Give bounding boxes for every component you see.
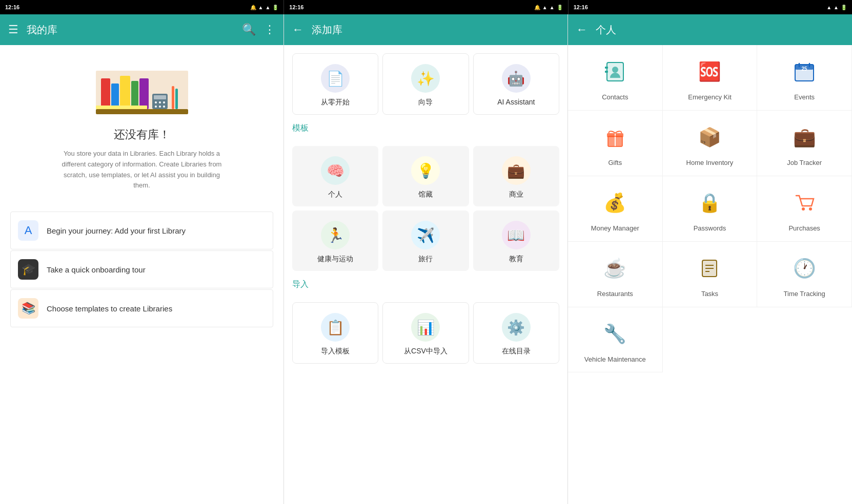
- category-label-business: 商业: [509, 190, 523, 199]
- template-label-purchases: Purchases: [788, 224, 820, 233]
- template-restaurants[interactable]: ☕Restaurants: [568, 242, 663, 307]
- left-panel-title: 我的库: [27, 23, 234, 37]
- category-education[interactable]: 📖 教育: [473, 211, 559, 271]
- action-item-onboarding[interactable]: 🎓 Take a quick onboarding tour: [10, 250, 273, 288]
- right-back-icon[interactable]: ←: [576, 23, 587, 36]
- import-online[interactable]: ⚙️ 在线目录: [473, 302, 559, 364]
- template-icon-tasks: [693, 252, 726, 285]
- status-icons-middle: 🔔 ▲ ▲ 🔋: [534, 5, 563, 10]
- template-label-gifts: Gifts: [608, 159, 622, 167]
- templates-grid: Contacts🆘Emergency Kit25EventsGifts📦Home…: [568, 45, 852, 372]
- template-label-tasks: Tasks: [701, 290, 718, 299]
- template-icon-job-tracker: 💼: [788, 121, 821, 154]
- category-icon-health: 🏃: [321, 221, 350, 249]
- svg-point-10: [159, 101, 161, 103]
- category-label-travel: 旅行: [418, 255, 433, 264]
- category-label-education: 教育: [509, 255, 523, 264]
- import-label-csv: 从CSV中导入: [404, 347, 448, 356]
- svg-point-34: [809, 207, 812, 211]
- template-label-time-tracking: Time Tracking: [784, 290, 825, 299]
- option-wizard[interactable]: ✨ 向导: [382, 53, 469, 115]
- action-item-add-first[interactable]: A Begin your journey: Add your first Lib…: [10, 212, 273, 249]
- category-icon-collection: 💡: [411, 156, 440, 185]
- template-contacts[interactable]: Contacts: [568, 45, 663, 111]
- menu-icon[interactable]: ☰: [8, 23, 18, 36]
- import-label-template: 导入模板: [321, 347, 350, 356]
- import-icon-online: ⚙️: [502, 313, 531, 342]
- middle-back-icon[interactable]: ←: [292, 23, 303, 36]
- import-icon-template: 📋: [321, 313, 350, 342]
- template-vehicle-maintenance[interactable]: 🔧Vehicle Maintenance: [568, 307, 663, 373]
- status-icons-left: 🔔 ▲ ▲ 🔋: [250, 5, 279, 10]
- category-label-personal: 个人: [328, 190, 342, 199]
- svg-rect-16: [175, 89, 178, 109]
- status-icons-right: ▲ ▲ 🔋: [826, 5, 847, 10]
- template-label-emergency-kit: Emergency Kit: [688, 93, 732, 102]
- svg-point-9: [155, 101, 157, 103]
- search-icon[interactable]: 🔍: [242, 23, 256, 36]
- import-options-grid: 📋 导入模板 📊 从CSV中导入 ⚙️ 在线目录: [284, 294, 567, 364]
- option-ai[interactable]: 🤖 AI Assistant: [473, 53, 559, 115]
- category-health[interactable]: 🏃 健康与运动: [292, 211, 378, 271]
- template-purchases[interactable]: Purchases: [757, 176, 852, 242]
- template-label-events: Events: [794, 93, 815, 102]
- template-emergency-kit[interactable]: 🆘Emergency Kit: [663, 45, 758, 111]
- svg-rect-21: [605, 67, 608, 69]
- template-label-vehicle-maintenance: Vehicle Maintenance: [584, 355, 646, 364]
- svg-rect-2: [101, 78, 110, 109]
- option-scratch[interactable]: 📄 从零开始: [292, 53, 378, 115]
- category-business[interactable]: 💼 商业: [473, 146, 559, 206]
- template-icon-contacts: [599, 55, 632, 88]
- template-icon-money-manager: 💰: [599, 186, 632, 219]
- svg-rect-0: [96, 109, 188, 114]
- option-label-scratch: 从零开始: [321, 98, 350, 107]
- template-job-tracker[interactable]: 💼Job Tracker: [757, 111, 852, 176]
- status-bar-right: 12:16 ▲ ▲ 🔋: [568, 0, 852, 14]
- right-panel: ← 个人 Contacts🆘Emergency Kit25EventsGifts…: [568, 14, 852, 504]
- import-csv[interactable]: 📊 从CSV中导入: [382, 302, 469, 364]
- template-label-money-manager: Money Manager: [591, 224, 639, 233]
- template-label-restaurants: Restaurants: [597, 290, 633, 299]
- import-icon-csv: 📊: [411, 313, 440, 342]
- template-icon-emergency-kit: 🆘: [693, 55, 726, 88]
- template-money-manager[interactable]: 💰Money Manager: [568, 176, 663, 242]
- import-template[interactable]: 📋 导入模板: [292, 302, 378, 364]
- category-personal[interactable]: 🧠 个人: [292, 146, 378, 206]
- action-icon-onboarding: 🎓: [18, 259, 38, 280]
- no-library-desc: You store your data in Libraries. Each L…: [60, 149, 224, 191]
- action-label-templates: Choose templates to create Libraries: [47, 304, 172, 313]
- action-item-templates[interactable]: 📚 Choose templates to create Libraries: [10, 289, 273, 327]
- option-icon-ai: 🤖: [502, 64, 531, 93]
- no-library-title: 还没有库！: [114, 127, 170, 142]
- category-label-health: 健康与运动: [317, 255, 353, 264]
- svg-point-33: [802, 207, 805, 211]
- import-label-online: 在线目录: [502, 347, 531, 356]
- template-home-inventory[interactable]: 📦Home Inventory: [663, 111, 758, 176]
- more-icon[interactable]: ⋮: [264, 23, 275, 36]
- category-collection[interactable]: 💡 馆藏: [382, 146, 469, 206]
- category-icon-travel: ✈️: [411, 221, 440, 249]
- svg-point-11: [163, 101, 165, 103]
- template-gifts[interactable]: Gifts: [568, 111, 663, 176]
- action-label-onboarding: Take a quick onboarding tour: [47, 265, 146, 274]
- action-label-add-first: Begin your journey: Add your first Libra…: [47, 226, 186, 235]
- svg-rect-5: [131, 81, 138, 109]
- action-list: A Begin your journey: Add your first Lib…: [10, 212, 273, 327]
- svg-text:25: 25: [802, 66, 808, 72]
- template-label-home-inventory: Home Inventory: [686, 159, 734, 167]
- left-panel: ☰ 我的库 🔍 ⋮: [0, 14, 284, 504]
- template-section-label: 模板: [284, 115, 567, 138]
- left-topbar: ☰ 我的库 🔍 ⋮: [0, 14, 283, 45]
- action-icon-templates: 📚: [18, 298, 38, 319]
- template-passwords[interactable]: 🔒Passwords: [663, 176, 758, 242]
- time-left: 12:16: [5, 4, 19, 10]
- template-time-tracking[interactable]: 🕐Time Tracking: [757, 242, 852, 307]
- category-travel[interactable]: ✈️ 旅行: [382, 211, 469, 271]
- right-topbar: ← 个人: [568, 14, 852, 45]
- svg-rect-4: [120, 76, 130, 109]
- template-tasks[interactable]: Tasks: [663, 242, 758, 307]
- category-icon-personal: 🧠: [321, 156, 350, 185]
- action-icon-add-first: A: [18, 220, 38, 241]
- template-events[interactable]: 25Events: [757, 45, 852, 111]
- template-label-contacts: Contacts: [602, 93, 628, 102]
